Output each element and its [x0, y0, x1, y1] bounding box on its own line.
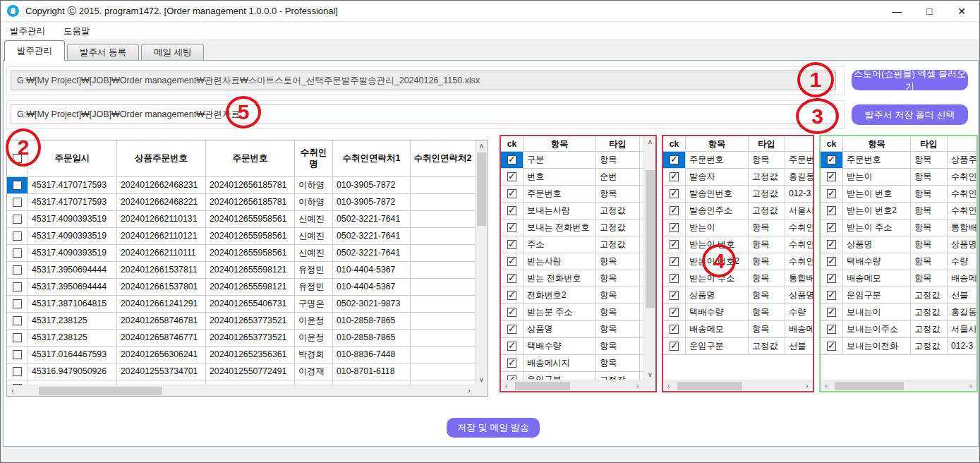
checkbox-cell[interactable] [821, 236, 843, 253]
tab-po-register[interactable]: 발주서 등록 [67, 44, 139, 61]
list-item[interactable]: 운임구분고정값선불 [663, 338, 813, 355]
list-item[interactable]: 보내는이고정값홍길동 [821, 304, 976, 321]
list-item[interactable]: 운임구분고정값 [501, 372, 643, 380]
list-item[interactable]: 상품명항목상품명 [821, 236, 976, 253]
unchecked-checkbox[interactable] [13, 367, 22, 376]
checked-checkbox[interactable] [670, 206, 679, 215]
list-item[interactable]: 주소고정값 [501, 236, 643, 253]
checkbox-cell[interactable] [663, 338, 686, 354]
unchecked-checkbox[interactable] [13, 299, 22, 308]
list-item[interactable]: 번호순번 [501, 169, 643, 186]
select-folder-button[interactable]: 발주서 저장 폴더 선택 [852, 104, 968, 125]
table-row[interactable]: 45317.4170717593202401266246822120240126… [7, 194, 475, 211]
checked-checkbox[interactable] [670, 325, 679, 334]
checkbox-cell[interactable] [501, 220, 524, 236]
orders-vertical-scrollbar[interactable]: ∧ ∨ [475, 140, 487, 385]
list-item[interactable]: 받는분 주소항목 [501, 304, 643, 321]
checked-checkbox[interactable] [507, 274, 516, 283]
checked-checkbox[interactable] [670, 189, 679, 198]
list-item[interactable]: 발송인주소고정값서울시 [663, 203, 813, 220]
checkbox-cell[interactable] [501, 304, 524, 320]
orders-vscroll-thumb[interactable] [477, 152, 486, 226]
checked-checkbox[interactable] [507, 325, 516, 334]
scroll-up-icon[interactable]: ∧ [644, 136, 656, 147]
list-item[interactable]: 받는 전화번호항목 [501, 270, 643, 287]
checked-checkbox[interactable] [507, 240, 516, 249]
column-header[interactable]: 주문일시 [28, 140, 117, 177]
list-item[interactable]: 받는이 주소항목통합배 [821, 220, 976, 236]
checked-checkbox[interactable] [670, 342, 679, 351]
checked-checkbox[interactable] [507, 308, 516, 317]
list-item[interactable]: 보내는이주소고정값서울시 [821, 321, 976, 338]
unchecked-checkbox[interactable] [13, 350, 22, 359]
column-header[interactable]: 상품주문번호 [117, 140, 206, 177]
column-header[interactable]: ck [821, 136, 843, 152]
scroll-left-icon[interactable]: ‹ [663, 380, 674, 392]
unchecked-checkbox[interactable] [13, 333, 22, 342]
unchecked-checkbox[interactable] [13, 181, 22, 190]
checkbox-cell[interactable] [501, 287, 524, 303]
unchecked-checkbox[interactable] [13, 265, 22, 275]
unchecked-checkbox[interactable] [13, 248, 22, 258]
checkbox-cell[interactable] [501, 253, 524, 270]
scroll-down-icon[interactable]: ∨ [644, 369, 656, 380]
table-row[interactable]: 45317.2381252024012658746781202401265377… [7, 313, 475, 330]
checked-checkbox[interactable] [507, 342, 516, 351]
panel3-hscroll-thumb[interactable] [835, 382, 904, 390]
list-item[interactable]: 받는이항목수취인 [663, 220, 813, 236]
checked-checkbox[interactable] [670, 291, 679, 300]
unchecked-checkbox[interactable] [13, 215, 22, 224]
list-item[interactable]: 구분항목 [501, 152, 643, 169]
checkbox-cell[interactable] [501, 270, 524, 287]
checkbox-cell[interactable] [501, 169, 524, 185]
tab-order-management[interactable]: 발주관리 [4, 40, 65, 61]
column-header[interactable]: 타입 [749, 136, 785, 152]
list-item[interactable]: 운임구분고정값선불 [821, 287, 976, 304]
checkbox-cell[interactable] [501, 186, 524, 202]
checkbox-cell[interactable] [501, 152, 524, 168]
close-button[interactable]: ✕ [945, 1, 978, 22]
column-header[interactable]: 항목 [524, 136, 596, 152]
checkbox-cell[interactable] [501, 203, 524, 219]
scroll-left-icon[interactable]: ‹ [501, 380, 512, 392]
list-item[interactable]: 발송인번호고정값012-3 [663, 186, 813, 203]
checked-checkbox[interactable] [670, 240, 679, 249]
checkbox-cell[interactable] [821, 152, 843, 168]
checked-checkbox[interactable] [827, 257, 836, 266]
checked-checkbox[interactable] [507, 172, 516, 181]
checkbox-cell[interactable] [663, 186, 686, 202]
column-header[interactable] [948, 136, 976, 152]
tab-mail-settings[interactable]: 메일 세팅 [141, 44, 204, 61]
unchecked-checkbox[interactable] [13, 316, 22, 325]
column-header[interactable]: ck [663, 136, 686, 152]
panel1-hscroll-thumb[interactable] [515, 382, 570, 390]
checked-checkbox[interactable] [827, 189, 836, 198]
table-row[interactable]: 45317.3871064815202401266124129120240126… [7, 296, 475, 313]
scroll-left-icon[interactable]: ‹ [821, 380, 832, 392]
column-header[interactable]: 수취인연락처2 [411, 140, 475, 177]
panel2-horizontal-scrollbar[interactable]: ‹ › [663, 380, 813, 391]
checked-checkbox[interactable] [670, 308, 679, 317]
checked-checkbox[interactable] [827, 223, 836, 232]
column-header[interactable]: 주문번호 [206, 140, 295, 177]
checkbox-cell[interactable] [7, 313, 28, 329]
checkbox-cell[interactable] [7, 194, 28, 210]
save-and-mail-button[interactable]: 저장 및 메일 발송 [447, 418, 540, 438]
checkbox-cell[interactable] [663, 203, 686, 219]
checked-checkbox[interactable] [507, 155, 516, 164]
table-row[interactable]: 45317.4090393519202401266211011120240126… [7, 245, 475, 262]
checkbox-cell[interactable] [7, 228, 28, 244]
unchecked-checkbox[interactable] [13, 282, 22, 291]
checkbox-cell[interactable] [663, 321, 686, 337]
checkbox-cell[interactable] [501, 338, 524, 354]
scroll-right-icon[interactable]: › [801, 380, 813, 392]
checkbox-cell[interactable] [821, 304, 843, 320]
panel1-horizontal-scrollbar[interactable]: ‹ › [501, 380, 643, 391]
list-item[interactable]: 받는이 번호2항목수취인 [663, 253, 813, 270]
panel1-vertical-scrollbar[interactable]: ∧ ∨ [643, 136, 655, 380]
panel2-hscroll-thumb[interactable] [677, 382, 742, 390]
checked-checkbox[interactable] [827, 172, 836, 181]
checkbox-cell[interactable] [501, 236, 524, 253]
orders-hscroll-thumb[interactable] [39, 387, 162, 395]
checked-checkbox[interactable] [827, 308, 836, 317]
